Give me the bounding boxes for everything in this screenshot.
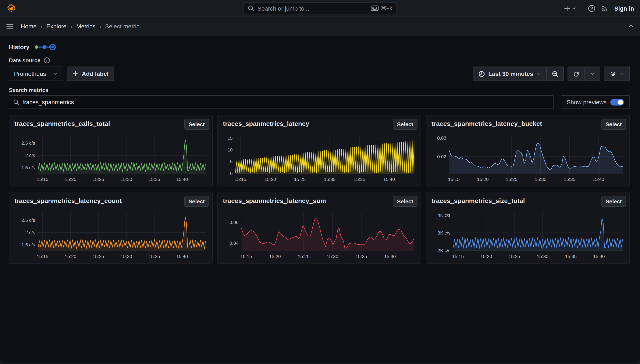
svg-text:15:15: 15:15 (37, 254, 48, 259)
sign-in-link[interactable]: Sign in (614, 5, 634, 12)
metric-panel: traces_spanmetrics_calls_total Select 15… (9, 115, 213, 186)
metric-panel: traces_spanmetrics_latency_bucket Select… (426, 115, 630, 186)
data-source-label: Data source (9, 57, 40, 63)
metric-preview-chart[interactable]: 15:1515:2015:2515:3015:3515:400.020.03 (430, 134, 625, 184)
panel-title: traces_spanmetrics_latency_count (14, 196, 122, 204)
time-range-label: Last 30 minutes (488, 70, 533, 77)
metric-panel: traces_spanmetrics_latency Select 15:151… (218, 115, 421, 186)
metric-preview-chart[interactable]: 15:1515:2015:2515:3015:3515:400.040.06 (221, 210, 417, 262)
svg-text:3K c/s: 3K c/s (438, 230, 450, 236)
timeseries-chart: 15:1515:2015:2515:3015:3515:400.040.06 (221, 210, 417, 262)
show-previews-label: Show previews (567, 99, 606, 106)
breadcrumb-home[interactable]: Home (21, 23, 37, 30)
panel-title: traces_spanmetrics_latency_bucket (432, 119, 542, 127)
svg-text:15:20: 15:20 (65, 177, 76, 182)
metric-preview-chart[interactable]: 15:1515:2015:2515:3015:3515:402K c/s3K c… (430, 210, 625, 262)
svg-text:15:25: 15:25 (508, 254, 520, 259)
svg-text:15:40: 15:40 (593, 254, 605, 259)
svg-text:2K c/s: 2K c/s (438, 248, 450, 253)
grafana-logo-icon (6, 3, 16, 14)
time-range-button[interactable]: Last 30 minutes (473, 66, 547, 81)
svg-text:15:25: 15:25 (506, 177, 518, 182)
refresh-interval-button[interactable] (585, 66, 600, 81)
select-metric-button[interactable]: Select (601, 196, 626, 207)
info-icon (44, 57, 50, 63)
chevron-down-icon (590, 72, 595, 76)
metrics-search-input[interactable] (22, 99, 549, 106)
zoom-out-time-button[interactable] (547, 66, 564, 81)
chevron-down-icon (536, 72, 541, 76)
panel-title: traces_spanmetrics_latency (223, 119, 309, 127)
panel-header: traces_spanmetrics_latency_count Select (9, 192, 212, 207)
history-row: History (9, 43, 630, 51)
data-source-picker[interactable]: Prometheus (9, 66, 63, 81)
breadcrumb-explore[interactable]: Explore (46, 23, 66, 30)
metric-preview-chart[interactable]: 15:1515:2015:2515:3015:3515:401.5 c/s2 c… (13, 210, 208, 262)
global-search-placeholder: Search or jump to... (258, 5, 309, 12)
svg-text:5: 5 (230, 159, 233, 164)
svg-text:15:35: 15:35 (564, 177, 575, 182)
select-metric-button[interactable]: Select (393, 119, 418, 130)
news-button[interactable] (601, 4, 609, 12)
select-metric-button[interactable]: Select (601, 119, 626, 130)
metric-preview-chart[interactable]: 15:1515:2015:2515:3015:3515:401.5 c/s2 c… (13, 134, 208, 184)
global-search[interactable]: Search or jump to... ⌘+k (243, 2, 397, 14)
panel-header: traces_spanmetrics_latency_sum Select (218, 192, 421, 207)
plus-icon (564, 5, 571, 12)
time-controls: Last 30 minutes (473, 66, 630, 81)
grafana-app: Search or jump to... ⌘+k (0, 0, 640, 364)
breadcrumb-metrics[interactable]: Metrics (76, 23, 95, 30)
refresh-button[interactable] (568, 66, 585, 81)
panel-header: traces_spanmetrics_calls_total Select (9, 115, 212, 130)
svg-text:15:30: 15:30 (537, 254, 548, 259)
refresh-icon (573, 70, 580, 77)
panel-title: traces_spanmetrics_size_total (432, 196, 525, 204)
collapse-controls-button[interactable] (628, 22, 634, 30)
panel-header: traces_spanmetrics_size_total Select (426, 192, 630, 207)
breadcrumb-separator: › (99, 23, 101, 30)
breadcrumb: Home › Explore › Metrics › Select metric (21, 23, 140, 30)
svg-text:15:20: 15:20 (269, 254, 281, 259)
plus-icon (72, 71, 78, 77)
select-metric-button[interactable]: Select (184, 196, 209, 207)
svg-text:15:25: 15:25 (298, 254, 310, 259)
search-shortcut: ⌘+k (381, 5, 392, 12)
svg-text:2 c/s: 2 c/s (25, 153, 35, 158)
new-menu-button[interactable] (564, 5, 577, 12)
history-label: History (9, 44, 29, 50)
svg-text:15:15: 15:15 (234, 177, 246, 182)
help-button[interactable] (588, 4, 596, 12)
metric-panel: traces_spanmetrics_latency_sum Select 15… (218, 192, 421, 264)
svg-text:15:40: 15:40 (383, 177, 395, 182)
svg-text:15:35: 15:35 (565, 254, 577, 259)
breadcrumb-bar: Home › Explore › Metrics › Select metric (0, 16, 640, 36)
menu-icon (6, 22, 14, 30)
grafana-logo[interactable] (6, 3, 16, 14)
controls-row: Prometheus Add label Last 30 minutes (9, 66, 630, 81)
select-metric-button[interactable]: Select (184, 119, 209, 130)
svg-text:15:25: 15:25 (92, 177, 104, 182)
history-steps-icon[interactable] (34, 43, 57, 51)
mega-menu-button[interactable] (6, 22, 14, 30)
search-icon (248, 5, 254, 12)
gear-icon (610, 70, 616, 77)
show-previews-toggle[interactable] (610, 99, 624, 106)
timeseries-chart: 15:1515:2015:2515:3015:3515:400.020.03 (430, 134, 625, 184)
panel-title: traces_spanmetrics_latency_sum (223, 196, 326, 204)
rss-icon (601, 4, 609, 12)
timeseries-chart: 15:1515:2015:2515:3015:3515:401.5 c/s2 c… (13, 210, 208, 262)
show-previews-control: Show previews (561, 95, 630, 109)
svg-text:15:15: 15:15 (448, 177, 460, 182)
svg-text:15:30: 15:30 (324, 177, 336, 182)
settings-button[interactable] (604, 66, 630, 81)
svg-text:1.5 c/s: 1.5 c/s (22, 242, 35, 248)
refresh-group (568, 66, 600, 81)
top-bar-actions: Sign in (564, 4, 634, 12)
search-icon (13, 99, 19, 105)
add-label-button[interactable]: Add label (67, 66, 114, 81)
select-metric-button[interactable]: Select (393, 196, 418, 207)
svg-text:15:40: 15:40 (176, 177, 188, 182)
svg-text:2.5 c/s: 2.5 c/s (22, 218, 35, 223)
metrics-grid: traces_spanmetrics_calls_total Select 15… (9, 115, 630, 264)
metric-preview-chart[interactable]: 15:1515:2015:2515:3015:3515:40051015 (221, 134, 417, 184)
